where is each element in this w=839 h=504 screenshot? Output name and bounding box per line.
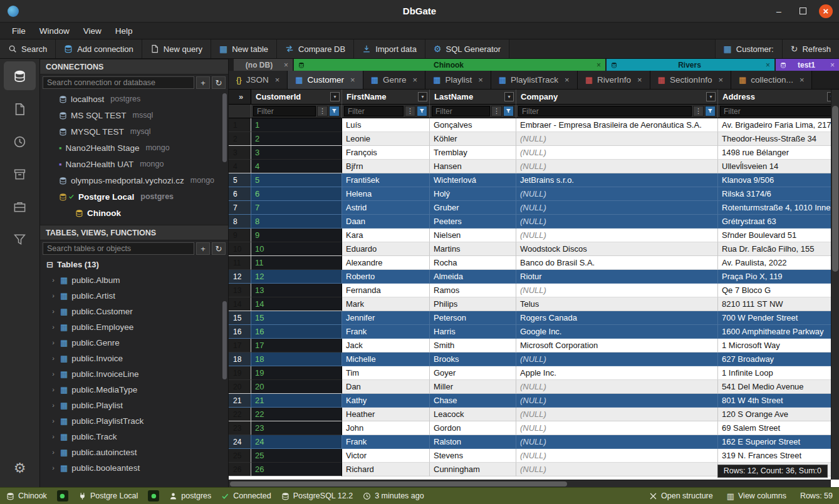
cell-company[interactable]: (NULL) [516, 449, 718, 463]
cell-address[interactable]: Grétrystraat 63 [718, 215, 839, 229]
tab-playlist[interactable]: ▦Playlist× [425, 71, 491, 89]
cell-company[interactable]: (NULL) [516, 421, 718, 435]
filter-funnel-button[interactable] [705, 106, 716, 116]
table-row[interactable]: 55FrantišekWichterlováJetBrains s.r.o.Kl… [229, 173, 839, 187]
table-item-playlist[interactable]: ›▦public.Playlist [40, 398, 228, 413]
column-header-lastname[interactable]: LastName▾ [430, 90, 516, 105]
new-table-button[interactable]: ▦New table [211, 39, 277, 58]
collapse-icon[interactable]: ⊟ [46, 260, 53, 269]
cell-address[interactable]: 69 Salem Street [718, 421, 839, 435]
table-item-playlisttrack[interactable]: ›▦public.PlaylistTrack [40, 413, 228, 429]
column-dropdown-button[interactable]: ▾ [706, 92, 716, 101]
table-row[interactable]: 44BjřrnHansen(NULL)Ullevĺlsveien 14 [229, 160, 839, 173]
column-header-customerid[interactable]: CustomerId▾ [251, 90, 342, 105]
cell-firstname[interactable]: Frank [342, 435, 430, 449]
refresh-tables-button[interactable]: ↻ [212, 242, 226, 255]
cell-lastname[interactable]: Gordon [430, 421, 516, 435]
cell-company[interactable]: Google Inc. [516, 325, 718, 339]
cell-address[interactable]: 801 W 4th Street [718, 394, 839, 408]
column-header-firstname[interactable]: FirstName▾ [342, 90, 430, 105]
table-item-album[interactable]: ›▦public.Album [40, 272, 228, 288]
cell-customerid[interactable]: 15 [251, 311, 342, 325]
server-version[interactable]: PostgreSQL 12.2 [281, 491, 353, 500]
connection-status-dot[interactable] [148, 490, 159, 501]
cell-firstname[interactable]: Fernanda [342, 284, 430, 297]
cell-lastname[interactable]: Leacock [430, 408, 516, 421]
cell-customerid[interactable]: 20 [251, 380, 342, 394]
close-icon[interactable]: × [413, 76, 418, 84]
connection-item[interactable]: ▪Nano2Health UATmongo [40, 156, 228, 172]
db-tab-test1[interactable]: test1× [776, 59, 839, 71]
db-tab-rivers[interactable]: Rivers× [607, 59, 774, 71]
horizontal-scrollbar-thumb[interactable] [230, 481, 567, 486]
cell-address[interactable]: 1498 rue Bélanger [718, 146, 839, 160]
connection-item[interactable]: MS SQL TESTmssql [40, 107, 228, 123]
cell-address[interactable]: 541 Del Medio Avenue [718, 380, 839, 394]
cell-lastname[interactable]: Gruber [430, 201, 516, 215]
sql-generator-button[interactable]: ⚙SQL Generator [425, 39, 509, 58]
last-refresh[interactable]: 3 minutes ago [363, 491, 424, 500]
current-database[interactable]: Chinook [6, 491, 47, 500]
cell-lastname[interactable]: Goyer [430, 366, 516, 380]
import-data-button[interactable]: Import data [354, 39, 425, 58]
cell-company[interactable]: (NULL) [516, 284, 718, 297]
column-header-company[interactable]: Company▾ [516, 90, 718, 105]
new-query-button[interactable]: New query [142, 39, 211, 58]
table-item-genre[interactable]: ›▦public.Genre [40, 335, 228, 351]
connection-item[interactable]: MYSQL TESTmysql [40, 123, 228, 140]
add-connection-button[interactable]: Add connection [56, 39, 142, 58]
cell-company[interactable]: (NULL) [516, 215, 718, 229]
close-icon[interactable]: × [280, 61, 288, 69]
cell-company[interactable]: (NULL) [516, 435, 718, 449]
filter-menu-button[interactable]: ⋮ [317, 106, 328, 116]
cell-lastname[interactable]: Cunningham [430, 463, 516, 476]
cell-lastname[interactable]: Nielsen [430, 229, 516, 242]
filter-input-company[interactable] [518, 106, 692, 116]
cell-customerid[interactable]: 24 [251, 435, 342, 449]
cell-company[interactable]: (NULL) [516, 380, 718, 394]
tables-group-row[interactable]: ⊟ Tables (13) [40, 257, 228, 272]
cell-lastname[interactable]: Rocha [430, 256, 516, 270]
connections-scrollbar[interactable] [222, 93, 227, 162]
table-row[interactable]: 2525VictorStevens(NULL)319 N. Frances St… [229, 449, 839, 463]
filter-input-address[interactable] [720, 106, 836, 116]
close-icon[interactable]: × [762, 61, 770, 69]
expand-all-button[interactable]: » [229, 90, 251, 105]
cell-firstname[interactable]: František [342, 173, 430, 187]
cell-company[interactable]: Banco do Brasil S.A. [516, 256, 718, 270]
close-icon[interactable]: × [637, 76, 642, 84]
cell-lastname[interactable]: Stevens [430, 449, 516, 463]
settings-button[interactable]: ⚙ [0, 455, 39, 482]
table-row[interactable]: 2323JohnGordon(NULL)69 Salem Street [229, 421, 839, 435]
current-connection[interactable]: Postgre Local [78, 491, 138, 500]
cell-lastname[interactable]: Holý [430, 187, 516, 201]
filter-input-lastname[interactable] [432, 106, 490, 116]
cell-lastname[interactable]: Ralston [430, 435, 516, 449]
cell-firstname[interactable]: Alexandre [342, 256, 430, 270]
cell-customerid[interactable]: 5 [251, 173, 342, 187]
cell-firstname[interactable]: Dan [342, 380, 430, 394]
cell-company[interactable]: (NULL) [516, 132, 718, 146]
cell-customerid[interactable]: 8 [251, 215, 342, 229]
cell-lastname[interactable]: Wichterlová [430, 173, 516, 187]
cell-customerid[interactable]: 3 [251, 146, 342, 160]
filter-menu-button[interactable]: ⋮ [405, 106, 415, 116]
connection-status-dot[interactable] [57, 490, 68, 501]
cell-customerid[interactable]: 2 [251, 132, 342, 146]
cell-customerid[interactable]: 17 [251, 339, 342, 352]
tab-json[interactable]: {}JSON× [229, 71, 288, 89]
activity-history-button[interactable] [0, 125, 39, 158]
search-button[interactable]: Search [0, 39, 56, 58]
cell-company[interactable]: (NULL) [516, 463, 718, 476]
column-header-address[interactable]: Address▾ [718, 90, 839, 105]
cell-lastname[interactable]: Miller [430, 380, 516, 394]
table-row[interactable]: 77AstridGruber(NULL)Rotenturmstraße 4, 1… [229, 201, 839, 215]
cell-address[interactable]: Av. Brigadeiro Faria Lima, 2170 [718, 118, 839, 132]
column-dropdown-button[interactable]: ▾ [330, 92, 340, 101]
table-row[interactable]: 2222HeatherLeacock(NULL)120 S Orange Ave [229, 408, 839, 421]
cell-customerid[interactable]: 14 [251, 297, 342, 311]
tab-genre[interactable]: ▦Genre× [363, 71, 425, 89]
refresh-button[interactable]: ↻Refresh [782, 39, 839, 58]
table-row[interactable]: 22LeonieKöhler(NULL)Theodor-Heuss-Straße… [229, 132, 839, 146]
cell-address[interactable]: 120 S Orange Ave [718, 408, 839, 421]
